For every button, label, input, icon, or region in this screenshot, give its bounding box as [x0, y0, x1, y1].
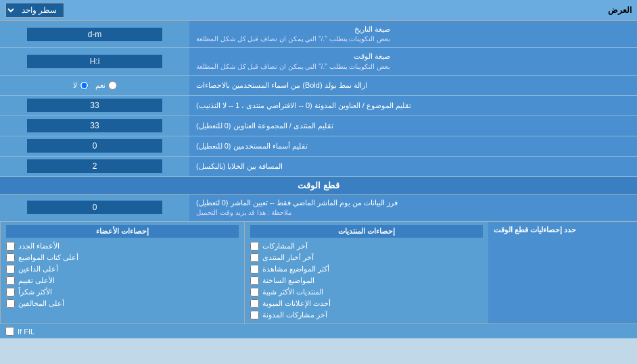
radio-no-label[interactable]: لا [73, 81, 89, 90]
cell-spacing-label: المسافة بين الخلايا (بالبكسل) [189, 157, 637, 176]
top-right-label: العرض [608, 5, 632, 15]
date-format-input-area [0, 21, 189, 47]
checkbox-col-forums: إحصاءات المنتديات آخر المشاركات آخر أخبا… [244, 222, 488, 323]
date-format-input[interactable] [27, 28, 162, 41]
cut-time-input[interactable] [27, 201, 162, 214]
usernames-input[interactable] [27, 139, 162, 153]
radio-yes[interactable] [108, 81, 117, 90]
forum-headers-input-area [0, 116, 189, 136]
remove-bold-row: ازالة نمط بولد (Bold) من اسماء المستخدمي… [0, 76, 637, 96]
checkbox-item: أعلى المخالفين [6, 298, 239, 309]
checkbox-forum-news[interactable] [250, 253, 259, 262]
remove-bold-input-area: نعم لا [0, 76, 189, 95]
date-format-label: صيغة التاريخ بعض التكوينات يتطلب "./" ال… [189, 21, 637, 47]
checkboxes-section: حدد إحصاءليات قطع الوقت إحصاءات المنتديا… [0, 222, 637, 323]
checkbox-classified-ads[interactable] [250, 299, 259, 308]
usernames-input-area [0, 136, 189, 156]
time-format-input-area [0, 48, 189, 74]
checkbox-most-thanked[interactable] [6, 288, 15, 296]
checkbox-item: الأعلى تقييم [6, 275, 239, 286]
checkbox-item: المنتديات الأكثر شبية [250, 286, 483, 298]
remove-bold-radio-group: نعم لا [73, 81, 117, 90]
topics-headers-label: تقليم الموضوع / العناوين المدونة (0 -- ا… [189, 96, 637, 115]
checkbox-item: أكثر المواضيع مشاهدة [250, 263, 483, 275]
remove-bold-label: ازالة نمط بولد (Bold) من اسماء المستخدمي… [189, 76, 637, 95]
checkbox-last-posts[interactable] [250, 242, 259, 251]
checkbox-col-forums-header: إحصاءات المنتديات [250, 225, 483, 238]
limit-label-area: حدد إحصاءليات قطع الوقت [488, 222, 637, 323]
cut-time-header: قطع الوقت [0, 177, 637, 194]
topics-headers-input[interactable] [27, 99, 162, 112]
checkbox-item: آخر المشاركات [250, 240, 483, 252]
cut-time-input-area [0, 194, 189, 221]
limit-label: حدد إحصاءليات قطع الوقت [494, 226, 576, 234]
usernames-label: تقليم أسماء المستخدمين (0 للتعطيل) [189, 136, 637, 156]
time-format-input[interactable] [27, 55, 162, 68]
checkbox-item: أعلى كتاب المواضيع [6, 252, 239, 263]
radio-no[interactable] [80, 81, 89, 90]
checkbox-item: الأعضاء الجدد [6, 240, 239, 252]
checkbox-item: آخر أخبار المنتدى [250, 252, 483, 263]
if-fil-row: If FIL [0, 323, 637, 338]
main-container: العرض سطر واحد صيغة التاريخ بعض التكوينا… [0, 0, 637, 338]
if-fil-checkbox[interactable] [5, 327, 14, 336]
checkbox-item: أحدث الإعلانات المبوبة [250, 298, 483, 309]
checkbox-item: المواضيع الساخنة [250, 275, 483, 286]
forum-headers-input[interactable] [27, 119, 162, 132]
time-format-label: صيغة الوقت بعض التكوينات يتطلب "./" التي… [189, 48, 637, 74]
radio-yes-label[interactable]: نعم [95, 81, 117, 90]
forum-headers-label: تقليم المنتدى / المجموعة العناوين (0 للت… [189, 116, 637, 136]
checkbox-col-members: إحصاءات الأعضاء الأعضاء الجدد أعلى كتاب … [0, 222, 244, 323]
checkbox-top-rated[interactable] [6, 276, 15, 285]
usernames-row: تقليم أسماء المستخدمين (0 للتعطيل) [0, 136, 637, 157]
time-format-row: صيغة الوقت بعض التكوينات يتطلب "./" التي… [0, 48, 637, 75]
cell-spacing-row: المسافة بين الخلايا (بالبكسل) [0, 157, 637, 177]
topics-headers-input-area [0, 96, 189, 115]
forum-headers-row: تقليم المنتدى / المجموعة العناوين (0 للت… [0, 116, 637, 136]
date-format-row: صيغة التاريخ بعض التكوينات يتطلب "./" ال… [0, 21, 637, 48]
checkbox-item: أعلى الداعين [6, 263, 239, 275]
checkbox-blog-posts[interactable] [250, 311, 259, 319]
checkbox-item: الأكثر شكراً [6, 286, 239, 298]
checkbox-top-inviters[interactable] [6, 265, 15, 274]
topics-headers-row: تقليم الموضوع / العناوين المدونة (0 -- ا… [0, 96, 637, 116]
cut-time-label: فرز البيانات من يوم الماشر الماضي فقط --… [189, 194, 637, 221]
checkbox-col-members-header: إحصاءات الأعضاء [6, 225, 239, 238]
cell-spacing-input[interactable] [27, 159, 162, 173]
checkbox-new-members[interactable] [6, 242, 15, 251]
cell-spacing-input-area [0, 157, 189, 176]
checkbox-item: آخر مشاركات المدونة [250, 309, 483, 321]
cut-time-row: فرز البيانات من يوم الماشر الماضي فقط --… [0, 194, 637, 222]
checkbox-top-violators[interactable] [6, 299, 15, 308]
if-fil-label: If FIL [18, 328, 34, 336]
checkbox-hot-topics[interactable] [250, 276, 259, 285]
checkbox-popular-forums[interactable] [250, 288, 259, 296]
checkbox-top-posters[interactable] [6, 253, 15, 262]
top-row: العرض سطر واحد [0, 0, 637, 21]
checkbox-most-viewed[interactable] [250, 265, 259, 274]
display-select[interactable]: سطر واحد [5, 3, 64, 18]
